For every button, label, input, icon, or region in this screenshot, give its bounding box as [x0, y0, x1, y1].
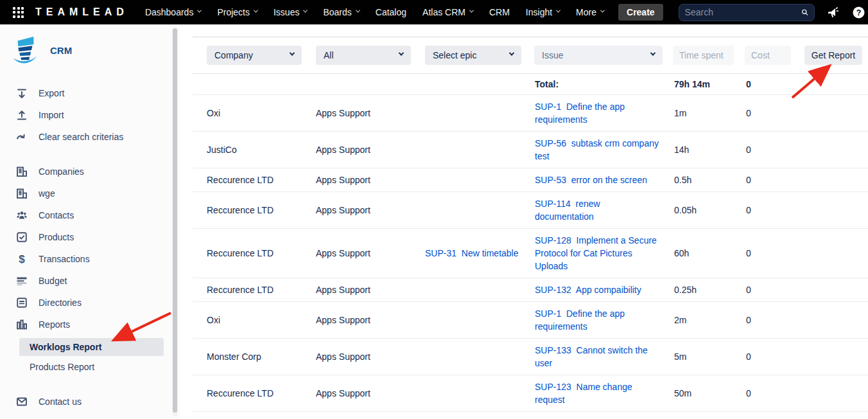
table-row: Reccurence LTD Apps Support SUP-31 New t… [193, 229, 868, 278]
cell-project: Apps Support [316, 132, 425, 168]
brand-logo: TEAMLEAD [35, 6, 128, 18]
epic-filter-value: Select epic [433, 50, 476, 60]
cell-project: Apps Support [316, 302, 425, 339]
sidebar-item-label: Products [39, 232, 74, 242]
epic-link[interactable]: SUP-31 New timetable [425, 248, 519, 258]
sidebar-item-export[interactable]: Export [0, 82, 180, 104]
table-row: Reccurence LTD Apps Support SUP-123 Name… [193, 375, 868, 412]
issue-link[interactable]: SUP-128 Implement a Secure Protocol for … [535, 235, 659, 271]
search-input[interactable] [685, 7, 801, 17]
document-icon [15, 296, 28, 309]
cell-epic [425, 278, 535, 302]
cell-cost: 0 [746, 229, 868, 278]
time-spent-input[interactable] [673, 46, 734, 65]
top-navigation-bar: TEAMLEAD Dashboards Projects Issues Boar… [0, 0, 868, 24]
issue-filter-dropdown[interactable]: Issue [534, 46, 663, 65]
nav-item-more[interactable]: More [576, 7, 604, 17]
issue-link[interactable]: SUP-1 Define the app requirements [535, 308, 627, 332]
issue-link[interactable]: SUP-1 Define the app requirements [535, 102, 627, 125]
cell-issue: SUP-128 Implement a Secure Protocol for … [535, 229, 674, 278]
sidebar-item-products-report[interactable]: Products Report [0, 357, 180, 377]
cell-cost: 0 [746, 375, 868, 412]
table-row: Reccurence LTD Apps Support SUP-114 rene… [193, 192, 868, 229]
chevron-down-icon [290, 50, 295, 55]
sidebar: CRM Export Import Clear search criterias [0, 24, 180, 419]
issue-link[interactable]: SUP-114 renew documentation [535, 199, 603, 222]
cell-cost: 0 [746, 168, 868, 192]
sidebar-item-directories[interactable]: Directories [0, 292, 180, 314]
sidebar-item-products[interactable]: Products [0, 226, 180, 248]
nav-item-issues[interactable]: Issues [273, 7, 307, 17]
building-icon [15, 165, 28, 178]
issue-link[interactable]: SUP-53 error on the screen [535, 175, 647, 185]
project-filter-dropdown[interactable]: All [316, 46, 411, 65]
cost-input[interactable] [745, 46, 791, 65]
sidebar-item-label: Transactions [39, 254, 90, 264]
cell-company: Reccurence LTD [193, 375, 316, 412]
sidebar-item-clear-search[interactable]: Clear search criterias [0, 126, 180, 148]
issue-filter-value: Issue [542, 50, 563, 60]
sidebar-scrollbar-thumb[interactable] [173, 28, 177, 413]
cell-issue: SUP-114 renew documentation [535, 192, 674, 229]
nav-item-crm[interactable]: CRM [489, 7, 510, 17]
chevron-down-icon [600, 8, 605, 13]
issue-link[interactable]: SUP-123 Name change request [535, 382, 635, 405]
sidebar-item-contacts[interactable]: Contacts [0, 204, 180, 226]
sidebar-item-transactions[interactable]: $ Transactions [0, 248, 180, 270]
issue-link[interactable]: SUP-56 subtask crm company test [535, 138, 661, 161]
nav-item-atlas-crm[interactable]: Atlas CRM [422, 7, 473, 17]
issue-link[interactable]: SUP-132 App compaibility [535, 285, 641, 295]
sidebar-item-label: Import [39, 110, 64, 120]
nav-item-insight[interactable]: Insight [526, 7, 560, 17]
apps-grid-icon[interactable] [13, 7, 24, 18]
sidebar-item-budget[interactable]: Budget [0, 270, 180, 292]
cell-epic [425, 375, 535, 412]
nav-item-dashboards[interactable]: Dashboards [145, 7, 202, 17]
table-row: Oxi Apps Support SUP-1 Define the app re… [193, 302, 868, 339]
search-icon[interactable] [801, 7, 808, 17]
app-title: CRM [50, 45, 72, 56]
cell-company: Reccurence LTD [193, 229, 316, 278]
chevron-down-icon [356, 8, 360, 13]
export-icon [15, 87, 28, 100]
cell-epic [425, 339, 535, 375]
sidebar-item-wge[interactable]: wge [0, 183, 180, 204]
table-row: Reccurence LTD Apps Support SUP-132 App … [193, 278, 868, 302]
table-row: JustiCo Apps Support SUP-56 subtask crm … [193, 132, 868, 168]
sidebar-item-companies[interactable]: Companies [0, 161, 180, 183]
cell-time: 50m [674, 375, 746, 412]
nav-item-projects[interactable]: Projects [217, 7, 257, 17]
nav-item-boards[interactable]: Boards [323, 7, 359, 17]
chevron-down-icon [650, 50, 655, 55]
issue-link[interactable]: SUP-133 Cannot switch the user [535, 345, 650, 368]
cell-project: Apps Support [316, 192, 425, 229]
nav-item-catalog[interactable]: Catalog [376, 7, 406, 17]
nav-item-label: CRM [489, 7, 510, 17]
nav-menu: Dashboards Projects Issues Boards Catalo… [145, 7, 604, 17]
create-button[interactable]: Create [618, 4, 663, 21]
project-filter-value: All [324, 50, 334, 60]
cell-cost: 0 [746, 278, 868, 302]
cell-company: Reccurence LTD [193, 412, 316, 419]
bar-chart-icon [15, 318, 28, 331]
cell-issue: SUP-1 Define the app requirements [535, 302, 674, 339]
announcement-icon[interactable] [826, 6, 840, 19]
epic-filter-dropdown[interactable]: Select epic [425, 46, 521, 65]
total-time-spent: 79h 14m [674, 74, 746, 95]
cell-empty [193, 74, 316, 95]
sidebar-item-worklogs-report[interactable]: Worklogs Report [19, 338, 164, 356]
chevron-down-icon [556, 8, 560, 13]
sidebar-item-contact-us[interactable]: Contact us [0, 391, 180, 413]
sidebar-item-import[interactable]: Import [0, 104, 180, 126]
company-filter-dropdown[interactable]: Company [207, 46, 302, 65]
nav-item-label: Atlas CRM [422, 7, 465, 17]
people-icon [15, 209, 28, 222]
nav-item-label: Insight [526, 7, 552, 17]
help-icon[interactable]: ? [852, 6, 865, 19]
sidebar-item-reports[interactable]: Reports [0, 314, 180, 335]
get-report-button[interactable]: Get Report [804, 46, 862, 65]
cell-time: 7m [674, 412, 746, 419]
cell-company: Reccurence LTD [193, 168, 316, 192]
global-search[interactable] [679, 4, 815, 21]
sidebar-item-label: Directories [39, 298, 82, 308]
